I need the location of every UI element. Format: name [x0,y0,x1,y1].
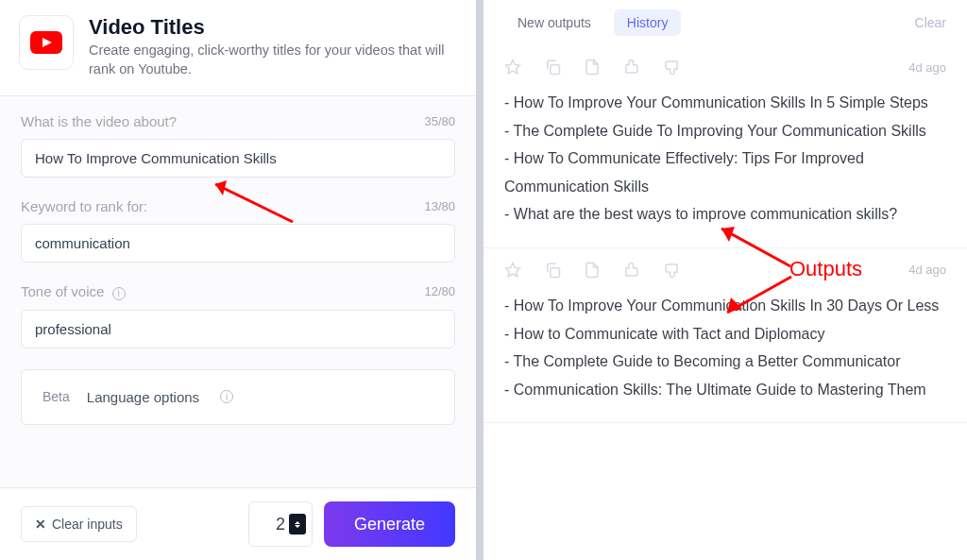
output-line: How to Communicate with Tact and Diploma… [504,320,946,348]
clear-history-button[interactable]: Clear [915,15,946,30]
star-icon[interactable] [504,262,521,279]
thumbs-up-icon[interactable] [623,262,640,279]
pane-divider[interactable] [476,0,484,560]
page-description: Create engaging, click-worthy titles for… [89,42,457,78]
info-icon: i [112,287,126,300]
svg-rect-3 [551,65,560,75]
info-icon: i [220,390,233,403]
output-lines: How To Improve Your Communication Skills… [504,292,946,403]
doc-icon[interactable] [584,262,601,279]
keyword-count: 13/80 [424,199,455,213]
stepper-icon[interactable] [289,514,306,535]
quantity-stepper[interactable]: 2 [248,501,313,547]
output-block: 4d agoHow To Improve Your Communication … [484,248,967,423]
keyword-label: Keyword to rank for: [21,198,147,214]
output-line: How To Improve Your Communication Skills… [504,89,946,117]
svg-rect-5 [551,268,560,278]
header: Video Titles Create engaging, click-wort… [0,0,476,96]
copy-icon[interactable] [544,262,561,279]
tone-count: 12/80 [424,284,455,298]
language-label: Language options [87,389,199,405]
output-line: The Complete Guide to Becoming a Better … [504,348,946,376]
clear-inputs-button[interactable]: ✕ Clear inputs [21,506,137,542]
output-block: 4d agoHow To Improve Your Communication … [484,45,967,248]
tone-input[interactable] [21,310,455,348]
output-line: Communication Skills: The Ultimate Guide… [504,376,946,404]
youtube-icon [19,15,74,70]
beta-badge: Beta [42,389,70,404]
page-title: Video Titles [89,15,457,40]
output-line: The Complete Guide To Improving Your Com… [504,117,946,145]
thumbs-up-icon[interactable] [623,59,640,76]
about-input[interactable] [21,139,455,178]
output-line: How To Improve Your Communication Skills… [504,292,946,320]
star-icon[interactable] [504,59,521,76]
about-count: 35/80 [424,114,455,128]
generate-button[interactable]: Generate [324,501,455,547]
thumbs-down-icon[interactable] [663,59,680,76]
doc-icon[interactable] [584,59,601,76]
output-time: 4d ago [908,60,946,75]
svg-marker-2 [506,60,520,74]
language-options[interactable]: Beta Language options i [21,369,455,425]
svg-marker-4 [506,263,520,276]
thumbs-down-icon[interactable] [663,262,680,279]
copy-icon[interactable] [544,59,561,76]
close-icon: ✕ [35,517,46,532]
output-lines: How To Improve Your Communication Skills… [504,89,946,229]
tab-history[interactable]: History [614,9,682,36]
about-label: What is the video about? [21,113,177,129]
output-time: 4d ago [908,263,946,277]
keyword-input[interactable] [21,224,455,263]
output-line: How To Communicate Effectively: Tips For… [504,144,946,200]
tab-new-outputs[interactable]: New outputs [504,9,604,36]
output-line: What are the best ways to improve commun… [504,200,946,229]
tone-label: Tone of voice i [21,283,126,300]
